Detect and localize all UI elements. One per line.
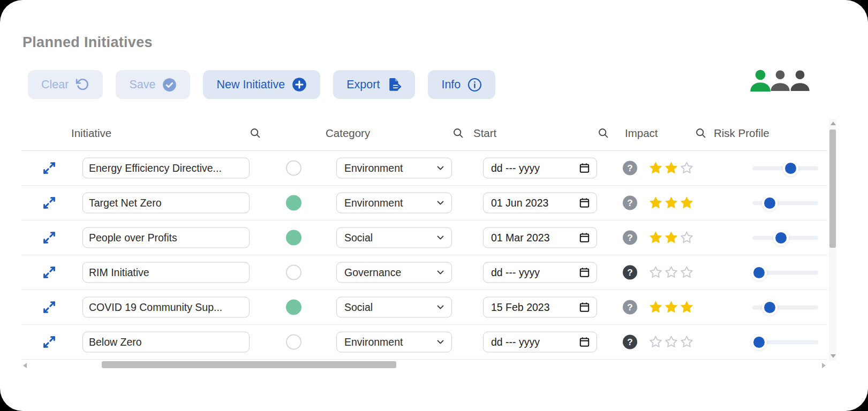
star-filled-icon[interactable]: [663, 230, 679, 246]
calendar-icon[interactable]: [579, 232, 590, 243]
help-icon[interactable]: ?: [623, 300, 637, 315]
star-filled-icon[interactable]: [663, 300, 679, 315]
expand-row-icon[interactable]: [42, 300, 57, 315]
star-filled-icon[interactable]: [679, 300, 695, 315]
expand-row-icon[interactable]: [42, 161, 57, 176]
scroll-down-arrow-icon[interactable]: [831, 354, 836, 358]
impact-rating[interactable]: [648, 195, 695, 211]
clear-button[interactable]: Clear: [28, 70, 103, 99]
table-row: Social 15 Feb 2023 ?: [21, 290, 827, 325]
start-date-input[interactable]: dd --- yyyy: [483, 158, 597, 179]
info-button[interactable]: Info: [428, 70, 495, 99]
status-circle[interactable]: [286, 300, 301, 315]
scroll-left-arrow-icon[interactable]: [23, 363, 27, 368]
star-filled-icon[interactable]: [648, 230, 663, 246]
status-circle[interactable]: [286, 230, 301, 246]
calendar-icon[interactable]: [579, 197, 590, 209]
star-filled-icon[interactable]: [648, 195, 663, 211]
risk-slider[interactable]: [752, 231, 818, 245]
star-filled-icon[interactable]: [663, 195, 679, 211]
initiative-input[interactable]: [82, 262, 250, 283]
calendar-icon[interactable]: [579, 267, 590, 278]
expand-row-icon[interactable]: [42, 195, 57, 210]
category-select-value: Social: [344, 232, 373, 244]
search-icon[interactable]: [598, 127, 609, 139]
new-initiative-button[interactable]: New Initiative: [203, 70, 320, 99]
search-icon[interactable]: [695, 127, 706, 139]
risk-slider[interactable]: [752, 266, 818, 279]
start-date-input[interactable]: dd --- yyyy: [483, 262, 597, 283]
status-circle[interactable]: [286, 195, 301, 211]
status-circle[interactable]: [286, 161, 301, 176]
category-select[interactable]: Social: [336, 227, 452, 248]
scroll-right-arrow-icon[interactable]: [822, 363, 826, 368]
calendar-icon[interactable]: [579, 302, 590, 313]
calendar-icon[interactable]: [579, 163, 590, 174]
vertical-scrollbar[interactable]: [829, 119, 836, 361]
risk-slider-thumb[interactable]: [753, 267, 765, 278]
export-button[interactable]: Export: [333, 70, 415, 99]
risk-slider-thumb[interactable]: [775, 232, 787, 243]
impact-rating[interactable]: [648, 230, 695, 246]
save-button[interactable]: Save: [116, 70, 190, 99]
search-icon[interactable]: [452, 127, 464, 139]
risk-slider[interactable]: [752, 196, 818, 210]
initiative-input[interactable]: [82, 158, 250, 179]
horizontal-scrollbar[interactable]: [21, 361, 827, 369]
risk-slider-thumb[interactable]: [785, 163, 796, 174]
category-select[interactable]: Environment: [336, 332, 452, 353]
risk-slider[interactable]: [752, 301, 818, 314]
help-icon[interactable]: ?: [623, 196, 637, 210]
risk-slider[interactable]: [752, 336, 818, 349]
start-date-input[interactable]: 15 Feb 2023: [483, 297, 597, 318]
start-date-input[interactable]: dd --- yyyy: [483, 332, 597, 353]
star-empty-icon[interactable]: [679, 161, 695, 176]
start-date-input[interactable]: 01 Mar 2023: [483, 227, 597, 248]
star-filled-icon[interactable]: [648, 300, 663, 315]
info-button-label: Info: [441, 78, 461, 92]
expand-row-icon[interactable]: [42, 334, 57, 349]
help-icon[interactable]: ?: [623, 231, 637, 245]
star-empty-icon[interactable]: [663, 265, 679, 280]
star-empty-icon[interactable]: [679, 334, 695, 350]
table-body: Environment dd --- yyyy ? Environment 01…: [21, 151, 827, 360]
category-select[interactable]: Governance: [336, 262, 452, 283]
initiative-input[interactable]: [82, 227, 250, 248]
star-filled-icon[interactable]: [648, 161, 663, 176]
search-icon[interactable]: [250, 127, 261, 139]
help-icon[interactable]: ?: [623, 161, 637, 176]
impact-rating[interactable]: [648, 300, 695, 315]
risk-slider-thumb[interactable]: [764, 302, 775, 313]
category-select[interactable]: Environment: [336, 158, 452, 179]
help-icon[interactable]: ?: [623, 265, 637, 280]
scroll-up-arrow-icon[interactable]: [831, 121, 836, 125]
impact-rating[interactable]: [648, 161, 695, 176]
status-circle[interactable]: [286, 265, 301, 280]
star-empty-icon[interactable]: [663, 334, 679, 350]
risk-slider-thumb[interactable]: [764, 197, 775, 209]
star-filled-icon[interactable]: [679, 195, 695, 211]
star-empty-icon[interactable]: [679, 230, 695, 246]
star-empty-icon[interactable]: [648, 334, 663, 350]
category-select[interactable]: Environment: [336, 193, 452, 214]
start-date-input[interactable]: 01 Jun 2023: [483, 193, 597, 214]
risk-slider[interactable]: [752, 162, 818, 175]
vertical-scrollbar-thumb[interactable]: [829, 130, 836, 248]
horizontal-scrollbar-thumb[interactable]: [102, 361, 396, 368]
impact-rating[interactable]: [648, 265, 695, 280]
risk-slider-thumb[interactable]: [753, 337, 765, 348]
star-empty-icon[interactable]: [648, 265, 663, 280]
initiative-input[interactable]: [82, 332, 250, 353]
star-filled-icon[interactable]: [663, 161, 679, 176]
category-select[interactable]: Social: [336, 297, 452, 318]
initiative-input[interactable]: [82, 297, 250, 318]
expand-row-icon[interactable]: [42, 230, 57, 245]
help-icon[interactable]: ?: [623, 335, 637, 349]
chevron-down-icon: [436, 233, 445, 242]
calendar-icon[interactable]: [579, 337, 590, 348]
impact-rating[interactable]: [648, 334, 695, 350]
expand-row-icon[interactable]: [42, 265, 57, 280]
initiative-input[interactable]: [82, 193, 250, 214]
star-empty-icon[interactable]: [679, 265, 695, 280]
status-circle[interactable]: [286, 334, 301, 350]
